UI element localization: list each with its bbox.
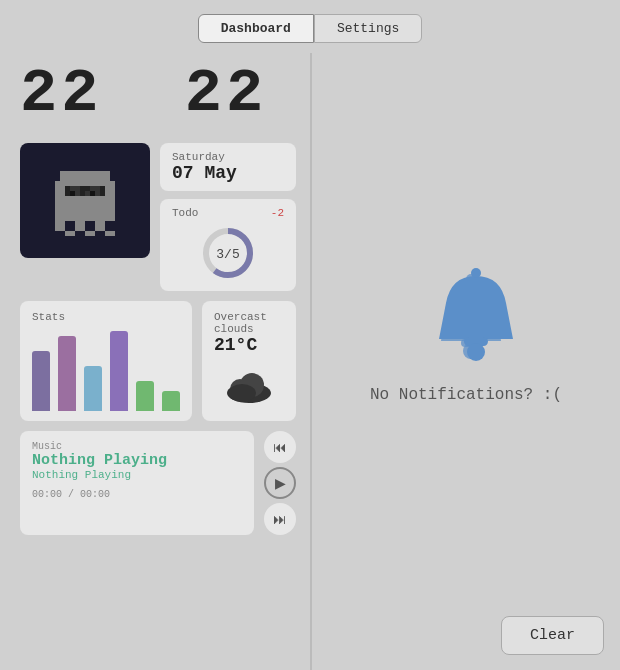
bar-6 (162, 391, 180, 411)
todo-card: Todo -2 3/5 (160, 199, 296, 291)
svg-rect-6 (65, 231, 75, 236)
stats-label: Stats (32, 311, 180, 323)
tab-dashboard[interactable]: Dashboard (198, 14, 314, 43)
next-button[interactable]: ⏭ (264, 503, 296, 535)
bell-icon (406, 261, 526, 361)
weather-icon-area (214, 365, 284, 405)
music-subtitle: Nothing Playing (32, 469, 242, 481)
svg-rect-28 (471, 268, 481, 278)
music-time: 00:00 / 00:00 (32, 489, 242, 500)
clock-display: 22 22 (20, 53, 296, 133)
weather-temp: 21°C (214, 335, 284, 355)
clear-button[interactable]: Clear (501, 616, 604, 655)
avatar-card (20, 143, 150, 258)
svg-point-22 (228, 384, 256, 402)
bar-2 (58, 336, 76, 411)
music-row: Music Nothing Playing Nothing Playing 00… (20, 431, 296, 535)
right-panel: No Notifications? :( Clear (312, 53, 620, 670)
clock-minutes: 22 (185, 58, 267, 129)
svg-rect-13 (65, 186, 85, 196)
play-button[interactable]: ▶ (264, 467, 296, 499)
todo-label: Todo (172, 207, 198, 219)
no-notifications-text: No Notifications? :( (370, 386, 562, 404)
bar-1 (32, 351, 50, 411)
svg-rect-2 (110, 181, 115, 221)
svg-point-27 (467, 343, 485, 361)
todo-donut: 3/5 (172, 223, 284, 283)
svg-rect-8 (105, 231, 115, 236)
top-nav: Dashboard Settings (0, 0, 620, 53)
todo-header: Todo -2 (172, 207, 284, 219)
svg-rect-4 (75, 221, 85, 231)
weather-label: Overcast clouds (214, 311, 284, 335)
main-container: 22 22 (0, 53, 620, 670)
bar-4 (110, 331, 128, 411)
stats-card: Stats (20, 301, 192, 421)
music-card: Music Nothing Playing Nothing Playing 00… (20, 431, 254, 535)
todo-count: -2 (271, 207, 284, 219)
notification-icon-area (406, 261, 526, 366)
clock-hours: 22 (20, 58, 102, 129)
svg-rect-15 (85, 191, 90, 196)
top-row: Saturday 07 May Todo -2 3/5 (20, 143, 296, 291)
music-title: Nothing Playing (32, 452, 242, 469)
ghost-icon (45, 161, 125, 241)
svg-rect-1 (55, 181, 60, 221)
svg-rect-7 (85, 231, 95, 236)
tab-settings[interactable]: Settings (314, 14, 422, 43)
donut-chart: 3/5 (198, 223, 258, 283)
bar-5 (136, 381, 154, 411)
date-value: 07 May (172, 163, 284, 183)
cloud-icon (222, 365, 277, 405)
music-tag: Music (32, 441, 242, 452)
svg-rect-5 (95, 221, 105, 231)
left-panel: 22 22 (0, 53, 310, 670)
svg-text:3/5: 3/5 (216, 247, 239, 262)
right-cards: Saturday 07 May Todo -2 3/5 (160, 143, 296, 291)
svg-rect-3 (55, 221, 65, 231)
prev-button[interactable]: ⏮ (264, 431, 296, 463)
stats-weather-row: Stats Overcast clouds 21°C (20, 301, 296, 421)
music-controls: ⏮ ▶ ⏭ (264, 431, 296, 535)
bars-container (32, 331, 180, 411)
day-name: Saturday (172, 151, 284, 163)
date-card: Saturday 07 May (160, 143, 296, 191)
weather-card: Overcast clouds 21°C (202, 301, 296, 421)
bar-3 (84, 366, 102, 411)
